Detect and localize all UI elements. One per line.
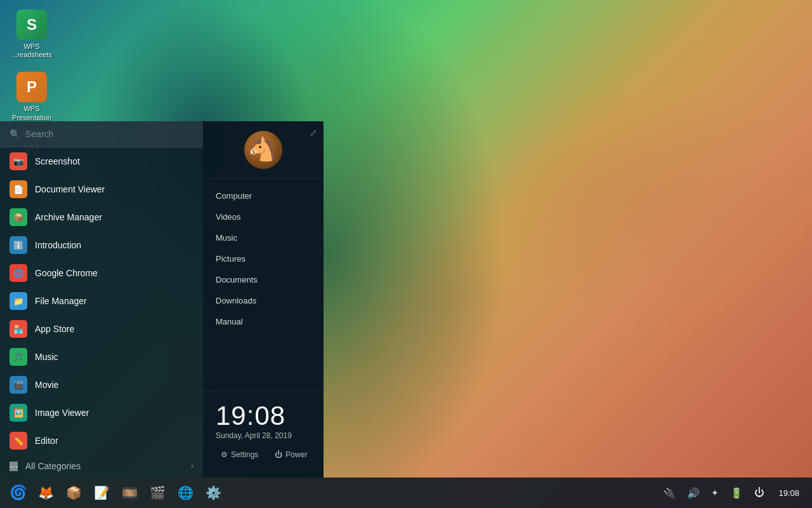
taskbar-chrome[interactable]: 🌐 (173, 480, 198, 505)
start-menu: 🔍 📷 Screenshot 📄 Document Viewer 📦 Archi… (0, 121, 324, 478)
taskbar-movie[interactable]: 🎬 (145, 480, 170, 505)
right-nav-computer[interactable]: Computer (203, 185, 324, 206)
menu-item-app-store[interactable]: 🏪 App Store (0, 315, 203, 343)
settings-button[interactable]: ⚙ Settings (216, 448, 263, 462)
right-nav-videos[interactable]: Videos (203, 206, 324, 227)
file-manager-icon: 📁 (10, 292, 27, 310)
clock-date: Sunday, April 28, 2019 (216, 431, 311, 440)
search-icon: 🔍 (10, 129, 20, 139)
taskbar-right: 🔌 🔊 ✦ 🔋 ⏻ 19:08 (653, 485, 812, 502)
taskbar-left: 🌀 🦊 📦 📝 🎞️ 🎬 🌐 ⚙️ (0, 480, 231, 505)
right-nav-music[interactable]: Music (203, 227, 324, 248)
editor-icon: ✏️ (10, 432, 27, 450)
music-icon: 🎵 (10, 348, 27, 366)
settings-gear-icon: ⚙ (221, 450, 228, 459)
taskbar-appstore[interactable]: 📦 (61, 480, 86, 505)
tray-usb-icon[interactable]: 🔌 (660, 485, 678, 502)
menu-left-panel: 🔍 📷 Screenshot 📄 Document Viewer 📦 Archi… (0, 121, 203, 478)
google-chrome-label: Google Chrome (35, 268, 98, 278)
tray-battery-icon[interactable]: 🔋 (728, 485, 745, 502)
right-nav-downloads[interactable]: Downloads (203, 290, 324, 311)
menu-item-file-manager[interactable]: 📁 File Manager (0, 287, 203, 315)
menu-item-image-viewer[interactable]: 🖼️ Image Viewer (0, 399, 203, 427)
document-viewer-label: Document Viewer (35, 184, 105, 194)
desktop: S WPS ...readsheets P WPS Presentation W… (0, 0, 812, 508)
archive-manager-icon: 📦 (10, 208, 27, 226)
power-label: Power (285, 450, 307, 459)
file-manager-label: File Manager (35, 296, 87, 306)
menu-right-panel: ⤢ Computer Videos Music Pictures Documen… (203, 121, 324, 478)
all-categories-icon: ⋯ (10, 462, 18, 471)
document-viewer-icon: 📄 (10, 180, 27, 198)
menu-item-introduction[interactable]: ℹ️ Introduction (0, 231, 203, 259)
editor-label: Editor (35, 436, 58, 446)
taskbar-browser[interactable]: 🦊 (33, 480, 58, 505)
introduction-icon: ℹ️ (10, 236, 27, 254)
taskbar-recorder[interactable]: 🎞️ (117, 480, 142, 505)
menu-item-editor[interactable]: ✏️ Editor (0, 427, 203, 455)
tray-volume-icon[interactable]: 🔊 (684, 485, 702, 502)
menu-item-movie[interactable]: 🎬 Movie (0, 371, 203, 399)
taskbar-launcher[interactable]: 🌀 (5, 480, 30, 505)
taskbar-time[interactable]: 19:08 (773, 486, 804, 500)
desktop-icon-wps-spreadsheets[interactable]: S WPS ...readsheets (6, 6, 57, 62)
search-input[interactable] (25, 129, 193, 139)
wps-spreadsheets-label: WPS ...readsheets (11, 43, 52, 59)
clock-actions: ⚙ Settings ⏻ Power (216, 448, 311, 462)
screenshot-icon: 📷 (10, 152, 27, 170)
music-label: Music (35, 352, 58, 362)
chevron-right-icon: › (191, 462, 193, 471)
wps-presentation-icon: P (16, 72, 47, 102)
taskbar: 🌀 🦊 📦 📝 🎞️ 🎬 🌐 ⚙️ 🔌 🔊 ✦ 🔋 ⏻ 19:08 (0, 478, 812, 508)
right-nav-manual[interactable]: Manual (203, 311, 324, 332)
tray-power-icon[interactable]: ⏻ (752, 485, 767, 501)
app-store-label: App Store (35, 324, 74, 334)
clock-section: 19:08 Sunday, April 28, 2019 ⚙ Settings … (203, 391, 324, 468)
menu-item-document-viewer[interactable]: 📄 Document Viewer (0, 175, 203, 203)
image-viewer-icon: 🖼️ (10, 404, 27, 422)
clock-time: 19:08 (216, 401, 311, 431)
all-categories-item[interactable]: ⋯ All Categories › (0, 455, 203, 478)
menu-item-screenshot[interactable]: 📷 Screenshot (0, 147, 203, 175)
introduction-label: Introduction (35, 240, 81, 250)
power-button[interactable]: ⏻ Power (270, 448, 312, 462)
right-nav-documents[interactable]: Documents (203, 269, 324, 290)
menu-item-archive-manager[interactable]: 📦 Archive Manager (0, 203, 203, 231)
app-store-icon: 🏪 (10, 320, 27, 338)
settings-label: Settings (231, 450, 258, 459)
menu-item-google-chrome[interactable]: 🌐 Google Chrome (0, 259, 203, 287)
taskbar-settings[interactable]: ⚙️ (200, 480, 226, 505)
movie-icon: 🎬 (10, 376, 27, 394)
archive-manager-label: Archive Manager (35, 212, 102, 222)
all-categories-label: All Categories (25, 461, 81, 471)
screenshot-label: Screenshot (35, 156, 80, 166)
google-chrome-icon: 🌐 (10, 264, 27, 282)
desktop-icon-wps-presentation[interactable]: P WPS Presentation (6, 69, 57, 124)
wps-spreadsheets-icon: S (16, 10, 47, 40)
avatar (244, 131, 282, 169)
wps-presentation-label: WPS Presentation (12, 105, 51, 121)
image-viewer-label: Image Viewer (35, 408, 89, 418)
search-bar[interactable]: 🔍 (0, 121, 203, 147)
user-avatar (203, 131, 324, 179)
movie-label: Movie (35, 380, 58, 390)
taskbar-notes[interactable]: 📝 (89, 480, 114, 505)
menu-item-music[interactable]: 🎵 Music (0, 343, 203, 371)
tray-display-icon[interactable]: ✦ (709, 485, 721, 500)
expand-button[interactable]: ⤢ (306, 124, 320, 141)
power-icon: ⏻ (275, 450, 282, 459)
right-nav-pictures[interactable]: Pictures (203, 248, 324, 269)
